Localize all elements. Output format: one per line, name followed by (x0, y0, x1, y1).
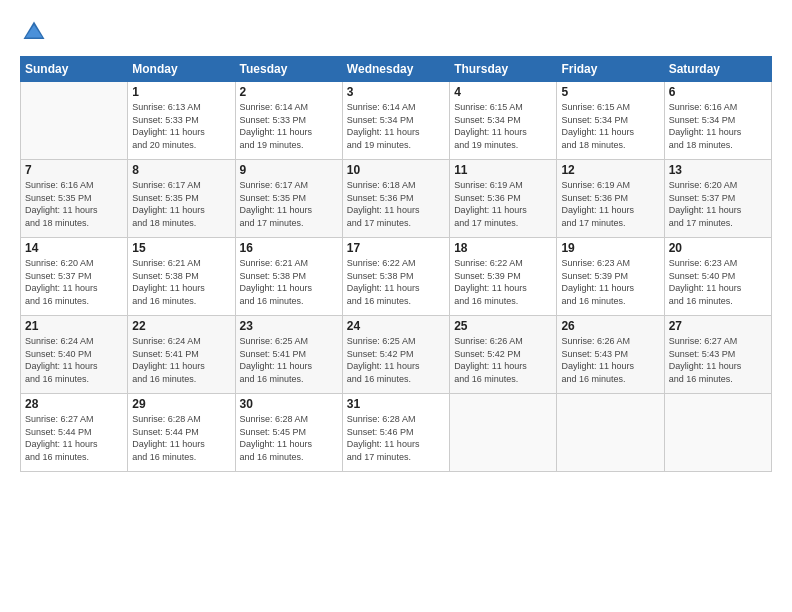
cell-info: Sunrise: 6:20 AM Sunset: 5:37 PM Dayligh… (669, 179, 767, 229)
day-number: 5 (561, 85, 659, 99)
cell-info: Sunrise: 6:21 AM Sunset: 5:38 PM Dayligh… (240, 257, 338, 307)
day-number: 13 (669, 163, 767, 177)
calendar-cell: 10Sunrise: 6:18 AM Sunset: 5:36 PM Dayli… (342, 160, 449, 238)
cell-info: Sunrise: 6:13 AM Sunset: 5:33 PM Dayligh… (132, 101, 230, 151)
logo (20, 18, 54, 46)
day-header-saturday: Saturday (664, 57, 771, 82)
header-row: SundayMondayTuesdayWednesdayThursdayFrid… (21, 57, 772, 82)
day-number: 2 (240, 85, 338, 99)
calendar-cell: 30Sunrise: 6:28 AM Sunset: 5:45 PM Dayli… (235, 394, 342, 472)
cell-info: Sunrise: 6:20 AM Sunset: 5:37 PM Dayligh… (25, 257, 123, 307)
calendar-cell: 25Sunrise: 6:26 AM Sunset: 5:42 PM Dayli… (450, 316, 557, 394)
calendar-cell: 6Sunrise: 6:16 AM Sunset: 5:34 PM Daylig… (664, 82, 771, 160)
calendar-cell: 18Sunrise: 6:22 AM Sunset: 5:39 PM Dayli… (450, 238, 557, 316)
day-number: 4 (454, 85, 552, 99)
day-number: 11 (454, 163, 552, 177)
week-row-5: 28Sunrise: 6:27 AM Sunset: 5:44 PM Dayli… (21, 394, 772, 472)
day-number: 31 (347, 397, 445, 411)
cell-info: Sunrise: 6:19 AM Sunset: 5:36 PM Dayligh… (454, 179, 552, 229)
day-number: 17 (347, 241, 445, 255)
day-number: 22 (132, 319, 230, 333)
calendar-cell: 3Sunrise: 6:14 AM Sunset: 5:34 PM Daylig… (342, 82, 449, 160)
cell-info: Sunrise: 6:23 AM Sunset: 5:40 PM Dayligh… (669, 257, 767, 307)
cell-info: Sunrise: 6:26 AM Sunset: 5:42 PM Dayligh… (454, 335, 552, 385)
calendar-cell: 21Sunrise: 6:24 AM Sunset: 5:40 PM Dayli… (21, 316, 128, 394)
day-number: 14 (25, 241, 123, 255)
cell-info: Sunrise: 6:19 AM Sunset: 5:36 PM Dayligh… (561, 179, 659, 229)
calendar-cell: 5Sunrise: 6:15 AM Sunset: 5:34 PM Daylig… (557, 82, 664, 160)
cell-info: Sunrise: 6:28 AM Sunset: 5:44 PM Dayligh… (132, 413, 230, 463)
day-number: 8 (132, 163, 230, 177)
day-number: 28 (25, 397, 123, 411)
calendar-cell: 12Sunrise: 6:19 AM Sunset: 5:36 PM Dayli… (557, 160, 664, 238)
cell-info: Sunrise: 6:25 AM Sunset: 5:41 PM Dayligh… (240, 335, 338, 385)
day-number: 7 (25, 163, 123, 177)
day-number: 9 (240, 163, 338, 177)
day-number: 3 (347, 85, 445, 99)
cell-info: Sunrise: 6:15 AM Sunset: 5:34 PM Dayligh… (561, 101, 659, 151)
cell-info: Sunrise: 6:24 AM Sunset: 5:41 PM Dayligh… (132, 335, 230, 385)
day-number: 18 (454, 241, 552, 255)
calendar-cell: 29Sunrise: 6:28 AM Sunset: 5:44 PM Dayli… (128, 394, 235, 472)
cell-info: Sunrise: 6:17 AM Sunset: 5:35 PM Dayligh… (240, 179, 338, 229)
calendar-cell: 15Sunrise: 6:21 AM Sunset: 5:38 PM Dayli… (128, 238, 235, 316)
cell-info: Sunrise: 6:18 AM Sunset: 5:36 PM Dayligh… (347, 179, 445, 229)
day-number: 26 (561, 319, 659, 333)
day-number: 20 (669, 241, 767, 255)
day-number: 15 (132, 241, 230, 255)
calendar-cell: 16Sunrise: 6:21 AM Sunset: 5:38 PM Dayli… (235, 238, 342, 316)
day-number: 19 (561, 241, 659, 255)
week-row-2: 7Sunrise: 6:16 AM Sunset: 5:35 PM Daylig… (21, 160, 772, 238)
calendar-cell: 31Sunrise: 6:28 AM Sunset: 5:46 PM Dayli… (342, 394, 449, 472)
day-header-friday: Friday (557, 57, 664, 82)
calendar-cell (664, 394, 771, 472)
day-number: 24 (347, 319, 445, 333)
header (20, 18, 772, 46)
day-number: 16 (240, 241, 338, 255)
day-number: 27 (669, 319, 767, 333)
calendar-cell: 4Sunrise: 6:15 AM Sunset: 5:34 PM Daylig… (450, 82, 557, 160)
day-number: 6 (669, 85, 767, 99)
cell-info: Sunrise: 6:23 AM Sunset: 5:39 PM Dayligh… (561, 257, 659, 307)
calendar-cell: 14Sunrise: 6:20 AM Sunset: 5:37 PM Dayli… (21, 238, 128, 316)
day-number: 29 (132, 397, 230, 411)
calendar-cell: 7Sunrise: 6:16 AM Sunset: 5:35 PM Daylig… (21, 160, 128, 238)
logo-icon (20, 18, 48, 46)
page: SundayMondayTuesdayWednesdayThursdayFrid… (0, 0, 792, 612)
day-number: 10 (347, 163, 445, 177)
cell-info: Sunrise: 6:15 AM Sunset: 5:34 PM Dayligh… (454, 101, 552, 151)
calendar-cell: 26Sunrise: 6:26 AM Sunset: 5:43 PM Dayli… (557, 316, 664, 394)
calendar-cell: 28Sunrise: 6:27 AM Sunset: 5:44 PM Dayli… (21, 394, 128, 472)
calendar-cell: 17Sunrise: 6:22 AM Sunset: 5:38 PM Dayli… (342, 238, 449, 316)
calendar-cell: 13Sunrise: 6:20 AM Sunset: 5:37 PM Dayli… (664, 160, 771, 238)
day-number: 21 (25, 319, 123, 333)
cell-info: Sunrise: 6:28 AM Sunset: 5:46 PM Dayligh… (347, 413, 445, 463)
day-number: 1 (132, 85, 230, 99)
day-number: 30 (240, 397, 338, 411)
cell-info: Sunrise: 6:16 AM Sunset: 5:35 PM Dayligh… (25, 179, 123, 229)
calendar-cell: 8Sunrise: 6:17 AM Sunset: 5:35 PM Daylig… (128, 160, 235, 238)
cell-info: Sunrise: 6:24 AM Sunset: 5:40 PM Dayligh… (25, 335, 123, 385)
calendar-cell: 11Sunrise: 6:19 AM Sunset: 5:36 PM Dayli… (450, 160, 557, 238)
cell-info: Sunrise: 6:21 AM Sunset: 5:38 PM Dayligh… (132, 257, 230, 307)
cell-info: Sunrise: 6:28 AM Sunset: 5:45 PM Dayligh… (240, 413, 338, 463)
week-row-3: 14Sunrise: 6:20 AM Sunset: 5:37 PM Dayli… (21, 238, 772, 316)
calendar-cell: 23Sunrise: 6:25 AM Sunset: 5:41 PM Dayli… (235, 316, 342, 394)
week-row-1: 1Sunrise: 6:13 AM Sunset: 5:33 PM Daylig… (21, 82, 772, 160)
calendar-cell: 1Sunrise: 6:13 AM Sunset: 5:33 PM Daylig… (128, 82, 235, 160)
calendar-cell: 9Sunrise: 6:17 AM Sunset: 5:35 PM Daylig… (235, 160, 342, 238)
cell-info: Sunrise: 6:27 AM Sunset: 5:43 PM Dayligh… (669, 335, 767, 385)
cell-info: Sunrise: 6:27 AM Sunset: 5:44 PM Dayligh… (25, 413, 123, 463)
calendar-cell: 27Sunrise: 6:27 AM Sunset: 5:43 PM Dayli… (664, 316, 771, 394)
calendar-cell: 24Sunrise: 6:25 AM Sunset: 5:42 PM Dayli… (342, 316, 449, 394)
cell-info: Sunrise: 6:17 AM Sunset: 5:35 PM Dayligh… (132, 179, 230, 229)
calendar-cell (450, 394, 557, 472)
day-header-wednesday: Wednesday (342, 57, 449, 82)
cell-info: Sunrise: 6:22 AM Sunset: 5:39 PM Dayligh… (454, 257, 552, 307)
cell-info: Sunrise: 6:16 AM Sunset: 5:34 PM Dayligh… (669, 101, 767, 151)
day-number: 25 (454, 319, 552, 333)
calendar-cell: 22Sunrise: 6:24 AM Sunset: 5:41 PM Dayli… (128, 316, 235, 394)
day-number: 23 (240, 319, 338, 333)
calendar-cell (557, 394, 664, 472)
calendar-cell (21, 82, 128, 160)
